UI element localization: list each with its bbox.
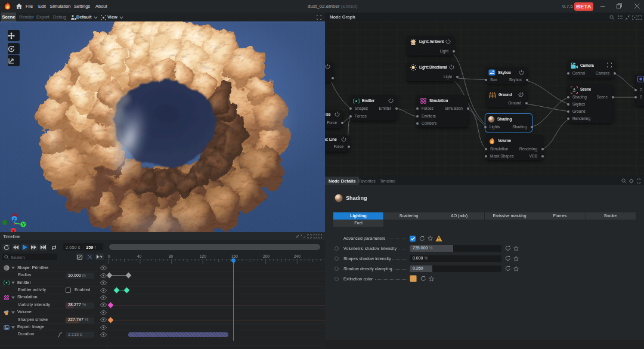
svg-text:Z: Z bbox=[13, 217, 16, 221]
svg-text:Y: Y bbox=[22, 223, 25, 227]
